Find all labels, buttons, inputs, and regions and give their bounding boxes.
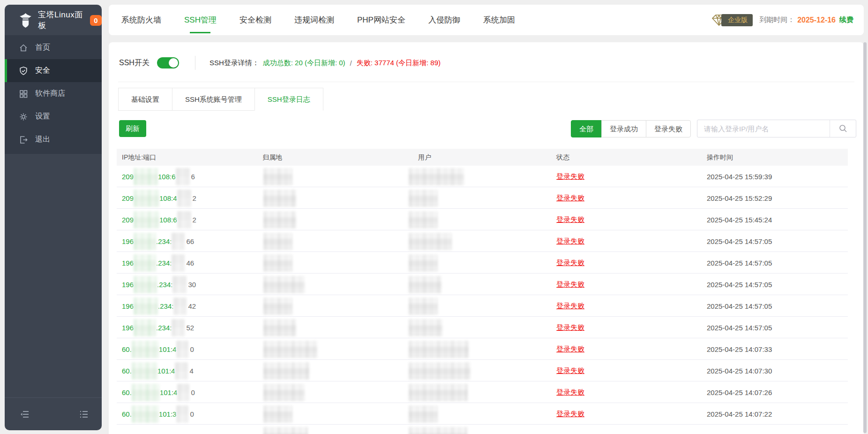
redacted-ip-block bbox=[134, 233, 156, 250]
redacted-location-block bbox=[263, 341, 317, 358]
table-header: IP地址:端口归属地用户状态操作时间 bbox=[117, 149, 848, 166]
nav-tab-harden[interactable]: 系统加固 bbox=[483, 5, 515, 35]
ip-fragment[interactable]: 60. bbox=[122, 410, 132, 418]
filter-success[interactable]: 登录成功 bbox=[601, 120, 646, 137]
filter-fail[interactable]: 登录失败 bbox=[646, 120, 691, 137]
col-header-2: 用户 bbox=[418, 149, 431, 166]
nav-tab-intrusion[interactable]: 入侵防御 bbox=[428, 5, 460, 35]
security-nav-tabs: 系统防火墙SSH管理安全检测违规词检测PHP网站安全入侵防御系统加固 bbox=[121, 5, 515, 35]
ip-fragment[interactable]: .234: bbox=[156, 259, 172, 267]
search-button[interactable] bbox=[830, 120, 856, 137]
nav-tab-scan[interactable]: 安全检测 bbox=[239, 5, 271, 35]
table-body: 209108:66登录失败2025-04-25 15:59:39209108:4… bbox=[117, 166, 848, 434]
toggle-knob bbox=[169, 58, 178, 68]
ip-fragment[interactable]: 101:4 bbox=[159, 345, 177, 353]
redacted-location-block bbox=[263, 319, 296, 336]
login-status-link[interactable]: 登录失败 bbox=[556, 302, 584, 311]
status-cell: 登录失败 bbox=[556, 360, 584, 381]
login-status-link[interactable]: 登录失败 bbox=[556, 259, 584, 267]
ip-fragment[interactable]: 108:4 bbox=[159, 194, 177, 202]
ip-fragment[interactable]: .234: bbox=[157, 281, 172, 289]
expire-date: 2025-12-16 bbox=[797, 16, 836, 24]
ip-fragment[interactable]: .234: bbox=[158, 302, 173, 310]
task-list-icon[interactable] bbox=[79, 409, 89, 419]
redacted-location-block bbox=[263, 168, 292, 185]
sidebar-item-appstore[interactable]: 软件商店 bbox=[5, 82, 102, 105]
ip-port-cell: 60.101:44 bbox=[122, 360, 194, 381]
ip-fragment[interactable]: 209 bbox=[122, 216, 134, 224]
ip-fragment[interactable]: 196 bbox=[122, 237, 134, 245]
login-status-link[interactable]: 登录失败 bbox=[556, 194, 584, 203]
login-status-link[interactable]: 登录失败 bbox=[556, 366, 584, 375]
renew-link[interactable]: 续费 bbox=[839, 15, 853, 24]
login-status-link[interactable]: 登录失败 bbox=[556, 215, 584, 224]
redacted-ip-block bbox=[132, 362, 157, 380]
ip-fragment[interactable]: 101:3 bbox=[159, 410, 177, 418]
ip-fragment[interactable]: .234: bbox=[156, 237, 172, 245]
log-row: 60.101:44登录失败2025-04-25 14:07:30 bbox=[117, 360, 848, 381]
ip-fragment[interactable]: 60. bbox=[122, 388, 132, 396]
sidebar-item-settings[interactable]: 设置 bbox=[5, 105, 102, 128]
nav-tab-ssh[interactable]: SSH管理 bbox=[184, 5, 217, 35]
location-cell bbox=[263, 381, 305, 403]
sidebar-item-security[interactable]: 安全 bbox=[5, 59, 102, 82]
ip-fragment[interactable]: 196 bbox=[122, 302, 134, 310]
redacted-ip-block bbox=[134, 190, 159, 207]
redacted-location-block bbox=[263, 254, 292, 272]
redacted-user-block bbox=[409, 297, 438, 315]
ip-fragment[interactable]: 196 bbox=[122, 259, 134, 267]
ip-port-cell: 196.234:66 bbox=[122, 230, 194, 252]
ip-fragment[interactable]: 209 bbox=[122, 173, 134, 181]
ip-fragment[interactable]: 108:6 bbox=[159, 216, 177, 224]
log-row: 196.234:52登录失败2025-04-25 14:57:05 bbox=[117, 317, 848, 338]
login-status-link[interactable]: 登录失败 bbox=[556, 237, 584, 246]
login-status-link[interactable]: 登录失败 bbox=[556, 172, 584, 181]
login-status-link[interactable]: 登录失败 bbox=[556, 345, 584, 354]
log-filter-group: 全部登录成功登录失败 bbox=[571, 120, 691, 137]
log-toolbar: 刷新 全部登录成功登录失败 bbox=[119, 120, 856, 137]
login-status-link[interactable]: 登录失败 bbox=[556, 388, 584, 397]
login-status-link[interactable]: 登录失败 bbox=[556, 323, 584, 332]
sidebar-item-label: 首页 bbox=[35, 43, 50, 53]
redacted-ip-block bbox=[134, 168, 158, 185]
ip-fragment[interactable]: 196 bbox=[122, 324, 134, 332]
sub-tab-accounts[interactable]: SSH系统账号管理 bbox=[172, 88, 255, 111]
sidebar-item-logout[interactable]: 退出 bbox=[5, 128, 102, 151]
sub-tab-base[interactable]: 基础设置 bbox=[118, 88, 172, 111]
ip-fragment[interactable]: 60. bbox=[122, 345, 132, 353]
vertical-scrollbar[interactable] bbox=[863, 42, 867, 433]
time-cell: 2025-04-25 14:57:05 bbox=[707, 317, 772, 338]
nav-tab-firewall[interactable]: 系统防火墙 bbox=[121, 5, 161, 35]
redacted-ip-block bbox=[134, 211, 159, 228]
nav-tab-words[interactable]: 违规词检测 bbox=[294, 5, 334, 35]
log-row: 196.234:42登录失败2025-04-25 14:57:05 bbox=[117, 295, 848, 317]
ip-fragment[interactable]: 108:6 bbox=[158, 173, 176, 181]
message-count-badge[interactable]: 0 bbox=[90, 15, 102, 26]
expire-label: 到期时间： bbox=[759, 15, 794, 24]
sidebar-item-home[interactable]: 首页 bbox=[5, 36, 102, 59]
redacted-user-block bbox=[409, 384, 468, 401]
ip-fragment[interactable]: 209 bbox=[122, 194, 134, 202]
nav-tab-php[interactable]: PHP网站安全 bbox=[357, 5, 405, 35]
user-cell bbox=[409, 209, 438, 230]
search-input[interactable] bbox=[697, 125, 830, 133]
ssh-success-count: 成功总数: 20 (今日新增: 0) bbox=[263, 59, 345, 68]
redacted-user-block bbox=[409, 254, 438, 272]
grid-icon bbox=[19, 89, 28, 99]
redacted-location-block bbox=[263, 233, 292, 250]
redacted-ip-block bbox=[134, 276, 157, 293]
filter-all[interactable]: 全部 bbox=[571, 120, 602, 137]
ip-fragment[interactable]: 60. bbox=[122, 367, 132, 375]
login-status-link[interactable]: 登录失败 bbox=[556, 280, 584, 289]
sub-tab-logs[interactable]: SSH登录日志 bbox=[254, 88, 323, 111]
ip-fragment[interactable]: 101:4 bbox=[157, 367, 175, 375]
ssh-switch-toggle[interactable] bbox=[157, 57, 179, 69]
sidebar-item-label: 退出 bbox=[35, 135, 50, 145]
collapse-sidebar-icon[interactable] bbox=[20, 409, 30, 419]
ip-fragment[interactable]: 101:4 bbox=[160, 388, 178, 396]
refresh-button[interactable]: 刷新 bbox=[119, 120, 146, 137]
ip-fragment[interactable]: .234: bbox=[156, 324, 172, 332]
login-status-link[interactable]: 登录失败 bbox=[556, 410, 584, 419]
location-cell bbox=[263, 338, 317, 360]
ip-fragment[interactable]: 196 bbox=[122, 281, 134, 289]
